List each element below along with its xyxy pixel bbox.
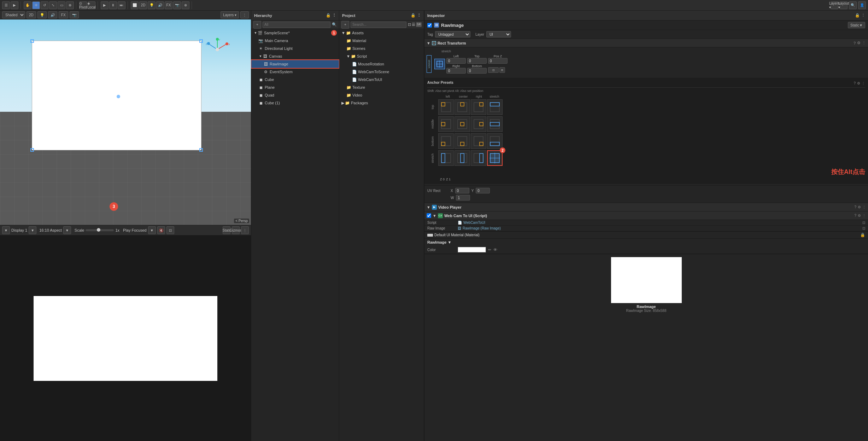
project-more-icon[interactable]: ⋮ (417, 13, 421, 18)
hierarchy-lock-icon[interactable]: 🔒 (326, 13, 331, 18)
anchor-cell-mid-left[interactable] (438, 116, 454, 132)
hierarchy-search-input[interactable] (263, 22, 330, 28)
project-search-input[interactable] (351, 22, 406, 28)
audio-btn[interactable]: 🔊 (156, 1, 164, 9)
hierarchy-more-icon[interactable]: ⋮ (332, 13, 336, 18)
project-add-btn[interactable]: + (341, 21, 349, 29)
anchor-cell-top-center[interactable] (454, 99, 470, 115)
project-item-mouserotation[interactable]: 📄 MouseRotation (339, 60, 424, 68)
anchor-cell-str-stretch[interactable]: 2 (487, 150, 503, 166)
pause-btn[interactable]: ⏸ (109, 1, 117, 9)
lighting-btn[interactable]: 💡 (148, 1, 156, 9)
project-item-script[interactable]: ▼ 📁 Script (339, 52, 424, 60)
color-swatch[interactable] (458, 247, 486, 253)
2d-scene-btn[interactable]: 2D (27, 11, 36, 18)
top-val[interactable]: 0 (467, 58, 487, 64)
project-item-webcamtoscene[interactable]: 📄 WebCamToScene (339, 68, 424, 76)
display-dropdown[interactable]: ▼ (29, 226, 36, 234)
audio-scene-btn[interactable]: 🔊 (48, 11, 57, 18)
aspect-dropdown[interactable]: ▼ (63, 226, 71, 234)
webcam-script-settings[interactable]: ⚙ (858, 214, 861, 217)
step-btn[interactable]: ⏭ (118, 1, 125, 9)
anchor-cell-top-left[interactable] (438, 99, 454, 115)
project-item-scenes[interactable]: 📁 Scenes (339, 45, 424, 52)
scene-gizmo[interactable]: X Y Z (205, 37, 230, 62)
webcam-script-help[interactable]: ? (854, 214, 856, 217)
color-pick-icon[interactable]: ✏ (488, 248, 491, 252)
pivot-btn[interactable]: ⊙ Pivot (79, 1, 87, 9)
camera-scene-btn[interactable]: 📷 (70, 11, 79, 18)
anchor-cell-mid-center[interactable] (454, 116, 470, 132)
layers-scene-btn[interactable]: Layers ▾ (221, 11, 239, 18)
webcam-script-header[interactable]: ▼ C# Web Cam To UI (Script) ? ⚙ ⋮ (424, 211, 868, 220)
hierarchy-item-cube[interactable]: ◼ Cube (251, 76, 339, 83)
hierarchy-item-rawimage[interactable]: 🖼 RawImage (251, 60, 339, 68)
2d-btn[interactable]: 2D (139, 1, 147, 9)
layer-select[interactable]: UI (486, 31, 511, 37)
tag-select[interactable]: Untagged (435, 31, 470, 37)
anchor-cell-bot-stretch[interactable] (487, 133, 503, 149)
video-player-settings[interactable]: ⚙ (858, 205, 861, 209)
anchor-cell-str-center[interactable] (454, 150, 470, 166)
anchor-cell-str-left[interactable] (438, 150, 454, 166)
bottom-val[interactable]: 0 (467, 68, 487, 74)
hierarchy-item-quad[interactable]: ◼ Quad (251, 91, 339, 99)
more-game-btn[interactable]: ⋮ (241, 226, 249, 234)
layout-btn[interactable]: Layout ▾ (840, 1, 848, 9)
inspector-more-icon[interactable]: ⋮ (861, 13, 865, 18)
lighting-scene-btn[interactable]: 💡 (37, 11, 47, 18)
stats-btn[interactable]: Stats (223, 226, 230, 234)
project-item-video[interactable]: 📁 Video (339, 91, 424, 99)
rawimage-pick-icon[interactable]: ⊡ (862, 226, 865, 230)
anchor-cell-bot-right[interactable] (471, 133, 486, 149)
rotate-tool[interactable]: ↺ (41, 1, 48, 9)
project-icon1[interactable]: ⊡ (408, 22, 411, 27)
webcam-script-checkbox[interactable] (427, 213, 431, 218)
anchor-cell-bot-left[interactable] (438, 133, 454, 149)
rect-transform-more-icon[interactable]: ⋮ (862, 41, 866, 45)
scale-slider[interactable] (86, 229, 114, 231)
left-val[interactable]: 0 (446, 58, 466, 64)
gizmos-btn[interactable]: ⊕ (182, 1, 189, 9)
camera-btn[interactable]: 📷 (173, 1, 181, 9)
shading-mode-select[interactable]: Shaded (2, 11, 25, 18)
hierarchy-item-maincamera[interactable]: 📷 Main Camera (251, 37, 339, 45)
anchor-settings-icon[interactable]: ⚙ (857, 81, 860, 85)
corner-handle-bl[interactable] (30, 148, 34, 152)
account-btn[interactable]: 👤 (858, 1, 866, 9)
uv-y-val[interactable]: 0 (476, 188, 490, 193)
rect-transform-settings-icon[interactable]: ⚙ (857, 41, 861, 45)
scale-tool[interactable]: ⤡ (49, 1, 57, 9)
anchor-cell-top-stretch[interactable] (487, 99, 503, 115)
corner-handle-br[interactable] (199, 148, 203, 152)
reset-btn[interactable]: R (499, 67, 505, 73)
fx-scene-btn[interactable]: FX (59, 11, 68, 18)
hand-tool[interactable]: ✋ (24, 1, 31, 9)
ratio-btn[interactable]: ⊡ (166, 226, 174, 234)
blueprint-btn[interactable]: ⊡ (488, 67, 499, 73)
project-item-material[interactable]: 📁 Material (339, 37, 424, 45)
display-select-btn[interactable]: ▼ (2, 226, 10, 234)
transform-tool[interactable]: ⊕ (66, 1, 74, 9)
video-player-header[interactable]: ▼ ▶ Video Player ? ⚙ ⋮ (424, 203, 868, 211)
stretch-preset-icon[interactable] (434, 59, 445, 69)
anchor-cell-str-right[interactable] (471, 150, 486, 166)
unity-logo[interactable]: ▶ (11, 1, 18, 9)
anchor-cell-mid-stretch[interactable] (487, 116, 503, 132)
hierarchy-add-btn[interactable]: + (253, 21, 261, 29)
rect-transform-help-icon[interactable]: ? (854, 41, 856, 45)
hierarchy-item-plane[interactable]: ◼ Plane (251, 83, 339, 91)
layers-btn[interactable]: Layers ▾ (831, 1, 838, 9)
inspector-lock-icon[interactable]: 🔒 (855, 13, 860, 18)
hierarchy-item-samplescene[interactable]: ▼ 🎬 SampleScene* 1 (251, 29, 339, 37)
local-btn[interactable]: ◈ Local (88, 1, 95, 9)
more-scene-btn[interactable]: ⋮ (240, 11, 249, 18)
video-player-help[interactable]: ? (854, 205, 856, 209)
uv-w-val[interactable]: 1 (456, 195, 470, 201)
project-icon2[interactable]: ☰ (412, 22, 415, 27)
corner-handle-tl[interactable] (30, 39, 34, 43)
play-focused-dropdown[interactable]: ▼ (148, 226, 156, 234)
anchor-help-icon[interactable]: ? (854, 81, 856, 85)
hierarchy-item-dirlight[interactable]: ☀ Directional Light (251, 45, 339, 52)
rect-transform-header[interactable]: ▼ ⊕ Rect Transform ? ⚙ ⋮ (424, 39, 868, 47)
